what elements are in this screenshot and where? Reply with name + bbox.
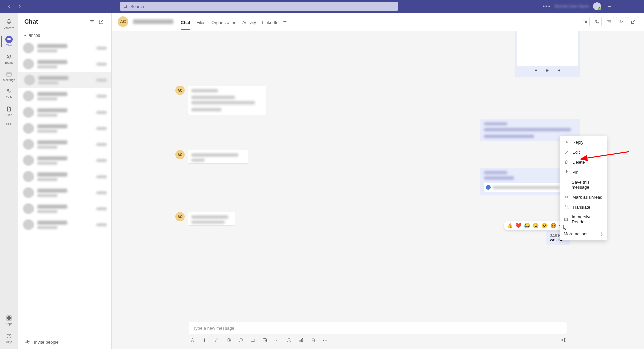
received-message[interactable]: [188, 212, 235, 225]
reaction-laugh[interactable]: 😂: [524, 222, 530, 229]
chat-list-item[interactable]: [18, 152, 111, 168]
compose-area: Type a new message ⋯: [112, 322, 644, 349]
reaction-surprised[interactable]: 😮: [532, 222, 539, 229]
svg-point-21: [26, 340, 28, 342]
contact-avatar[interactable]: AC: [118, 16, 128, 27]
audio-call-button[interactable]: [592, 17, 602, 26]
schedule-button[interactable]: [274, 337, 280, 343]
rail-activity[interactable]: Activity: [1, 15, 17, 32]
rail-more-button[interactable]: •••: [6, 121, 12, 127]
nav-forward-button[interactable]: [15, 2, 23, 10]
search-input[interactable]: Search: [120, 2, 398, 11]
chat-list-item[interactable]: [18, 201, 111, 217]
gif-button[interactable]: [250, 337, 256, 343]
video-call-button[interactable]: [580, 17, 590, 26]
attach-button[interactable]: [213, 337, 219, 343]
chat-list-item[interactable]: [18, 136, 111, 152]
chat-list-item[interactable]: [18, 217, 111, 233]
tab-linkedin[interactable]: LinkedIn: [262, 14, 278, 30]
window-close-button[interactable]: [632, 2, 641, 11]
rail-calls[interactable]: Calls: [1, 85, 17, 102]
chat-list-item[interactable]: [18, 120, 111, 136]
compose-input[interactable]: Type a new message: [189, 322, 567, 334]
reaction-angry[interactable]: 😡: [550, 222, 557, 229]
menu-reply[interactable]: Reply: [560, 137, 607, 147]
poll-button[interactable]: [298, 337, 304, 343]
window-minimize-button[interactable]: [605, 2, 615, 11]
chevron-down-icon: ▾: [24, 34, 26, 37]
phone-icon: [5, 88, 13, 95]
menu-pin[interactable]: Pin: [560, 167, 607, 177]
tab-activity[interactable]: Activity: [242, 14, 256, 30]
new-chat-button[interactable]: [96, 18, 105, 26]
help-icon: [5, 332, 13, 340]
chat-list-item[interactable]: [18, 56, 111, 72]
rail-help[interactable]: Help: [1, 330, 17, 346]
emoji-button[interactable]: [238, 337, 244, 343]
send-button[interactable]: [560, 337, 566, 343]
search-placeholder: Search: [130, 4, 144, 9]
chat-list-item[interactable]: [18, 40, 111, 56]
chat-avatar: [23, 107, 34, 118]
reaction-thumbs-up[interactable]: 👍: [506, 222, 513, 229]
chat-list-item[interactable]: [18, 168, 111, 185]
menu-save[interactable]: Save this message: [560, 177, 607, 192]
title-bar: Search ••• Blurred User Name: [0, 0, 644, 13]
calendar-icon: [5, 70, 13, 78]
menu-mark-unread[interactable]: Mark as unread: [560, 192, 607, 202]
chat-list-item[interactable]: [18, 185, 111, 201]
chat-list-item[interactable]: [18, 72, 111, 88]
chat-name: [37, 108, 67, 112]
menu-immersive-reader[interactable]: Immersive Reader: [560, 212, 607, 227]
reaction-sad[interactable]: 😢: [541, 222, 548, 229]
rail-files[interactable]: Files: [1, 102, 17, 119]
sent-image-attachment[interactable]: ■ ◉ ◀: [515, 31, 580, 77]
contact-name: [133, 19, 173, 24]
bell-icon: [5, 18, 13, 25]
received-message[interactable]: [188, 86, 266, 115]
approval-button[interactable]: [310, 337, 316, 343]
chat-list-item[interactable]: [18, 88, 111, 104]
rail-chat[interactable]: Chat: [1, 33, 17, 50]
tab-chat[interactable]: Chat: [181, 14, 190, 30]
tab-files[interactable]: Files: [196, 14, 205, 30]
rail-item-label: Activity: [4, 26, 14, 29]
rail-teams[interactable]: Teams: [1, 50, 17, 67]
stream-button[interactable]: [286, 337, 292, 343]
chat-time: [96, 79, 107, 82]
menu-edit[interactable]: Edit: [560, 147, 607, 157]
svg-point-26: [565, 196, 566, 198]
more-options-button[interactable]: •••: [543, 3, 551, 9]
chat-name: [37, 205, 67, 209]
loop-button[interactable]: [226, 337, 232, 343]
menu-delete[interactable]: Delete: [560, 157, 607, 167]
chat-avatar: [23, 171, 34, 182]
user-avatar[interactable]: [593, 2, 601, 10]
priority-button[interactable]: [201, 337, 207, 343]
add-tab-button[interactable]: +: [283, 18, 287, 25]
chat-list-item[interactable]: [18, 104, 111, 120]
reaction-heart[interactable]: ❤️: [515, 222, 522, 229]
reaction-bar: 👍 ❤️ 😂 😮 😢 😡 ⋯: [504, 221, 566, 230]
sticker-button[interactable]: [262, 337, 268, 343]
delete-icon: [564, 159, 569, 165]
invite-people-button[interactable]: Invite people: [18, 335, 111, 349]
share-screen-button[interactable]: [604, 17, 614, 26]
chat-name: [37, 92, 67, 96]
received-message[interactable]: [188, 150, 248, 163]
tab-organization[interactable]: Organization: [211, 14, 236, 30]
chat-avatar: [23, 91, 34, 101]
rail-meetings[interactable]: Meetings: [1, 68, 17, 84]
filter-button[interactable]: [88, 18, 96, 26]
chat-preview: [37, 97, 57, 100]
format-button[interactable]: [189, 337, 195, 343]
menu-translate[interactable]: Translate: [560, 202, 607, 212]
menu-more-actions[interactable]: More actions❯: [560, 229, 607, 239]
popout-button[interactable]: [628, 17, 638, 26]
nav-back-button[interactable]: [5, 2, 13, 10]
rail-apps[interactable]: Apps: [1, 311, 17, 328]
pinned-section-header[interactable]: ▾ Pinned: [18, 31, 111, 40]
more-compose-button[interactable]: ⋯: [322, 337, 328, 343]
add-people-button[interactable]: [616, 17, 626, 26]
window-maximize-button[interactable]: [619, 2, 628, 11]
